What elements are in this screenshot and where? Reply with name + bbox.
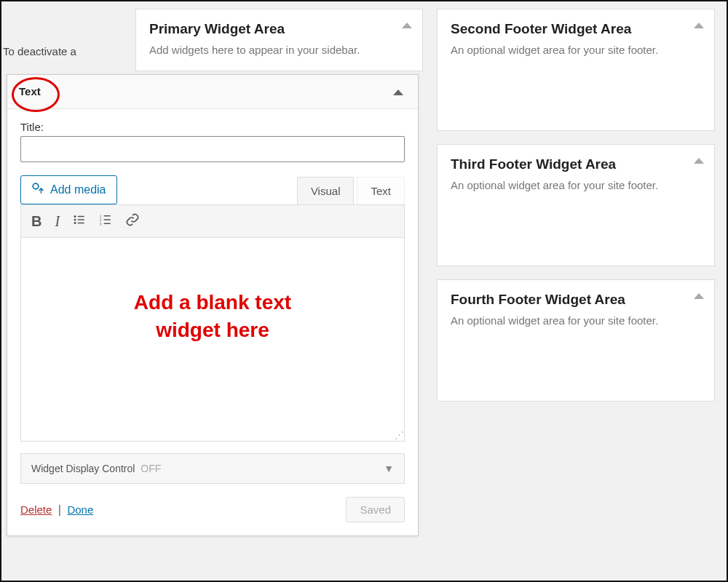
svg-rect-12 — [104, 223, 111, 224]
footer-area-desc: An optional widget area for your site fo… — [451, 314, 701, 328]
footer-area-fourth[interactable]: Fourth Footer Widget Area An optional wi… — [437, 279, 715, 402]
footer-area-desc: An optional widget area for your site fo… — [451, 43, 701, 57]
title-input[interactable] — [20, 136, 405, 162]
chevron-up-icon[interactable] — [393, 89, 403, 95]
svg-rect-4 — [78, 219, 84, 220]
tab-visual[interactable]: Visual — [297, 177, 355, 204]
primary-widget-area[interactable]: Primary Widget Area Add widgets here to … — [135, 9, 423, 71]
saved-button: Saved — [346, 497, 405, 522]
chevron-up-icon[interactable] — [694, 23, 704, 28]
svg-point-3 — [74, 218, 76, 220]
ordered-list-button[interactable]: 123 — [99, 213, 112, 230]
primary-area-title: Primary Widget Area — [149, 21, 409, 37]
text-widget-header[interactable]: Text — [7, 75, 418, 109]
title-label: Title: — [20, 121, 405, 133]
bold-button[interactable]: B — [31, 213, 41, 230]
text-widget-label: Text — [19, 85, 41, 97]
chevron-up-icon[interactable] — [694, 293, 704, 299]
svg-point-5 — [74, 222, 76, 224]
footer-area-desc: An optional widget area for your site fo… — [451, 178, 701, 193]
add-media-label: Add media — [50, 183, 106, 196]
chevron-down-icon[interactable]: ▼ — [384, 463, 394, 474]
footer-area-third[interactable]: Third Footer Widget Area An optional wid… — [437, 144, 715, 266]
editor-toolbar: B I 123 — [20, 204, 405, 238]
svg-text:3: 3 — [100, 221, 102, 226]
svg-point-1 — [74, 215, 76, 218]
chevron-up-icon[interactable] — [694, 158, 704, 164]
done-link[interactable]: Done — [67, 503, 93, 516]
editor-textarea[interactable]: Add a blank text widget here ⋰ — [20, 238, 405, 442]
footer-area-title: Fourth Footer Widget Area — [451, 292, 701, 308]
annotation-text: Add a blank text widget here — [21, 289, 404, 344]
wdc-state: OFF — [141, 463, 161, 474]
widget-display-control[interactable]: Widget Display Control OFF ▼ — [20, 453, 405, 484]
footer-area-second[interactable]: Second Footer Widget Area An optional wi… — [437, 9, 715, 131]
italic-button[interactable]: I — [55, 213, 60, 230]
unordered-list-button[interactable] — [73, 213, 86, 230]
svg-rect-8 — [104, 215, 111, 217]
add-media-button[interactable]: Add media — [20, 175, 117, 204]
link-button[interactable] — [125, 212, 140, 231]
footer-area-title: Third Footer Widget Area — [451, 156, 701, 172]
resize-handle-icon[interactable]: ⋰ — [395, 429, 402, 440]
svg-rect-6 — [78, 222, 84, 223]
text-widget-panel: Text Title: Add media Visual — [7, 74, 419, 536]
delete-link[interactable]: Delete — [20, 503, 52, 516]
wdc-label: Widget Display Control — [31, 463, 135, 474]
sidebar-note: To deactivate a — [3, 45, 134, 57]
footer-area-title: Second Footer Widget Area — [451, 21, 701, 37]
svg-rect-2 — [78, 215, 84, 217]
svg-rect-10 — [104, 219, 111, 220]
separator: | — [58, 503, 61, 516]
media-icon — [31, 182, 44, 198]
tab-text[interactable]: Text — [357, 177, 405, 204]
primary-area-desc: Add widgets here to appear in your sideb… — [149, 43, 409, 57]
chevron-up-icon[interactable] — [402, 23, 412, 28]
